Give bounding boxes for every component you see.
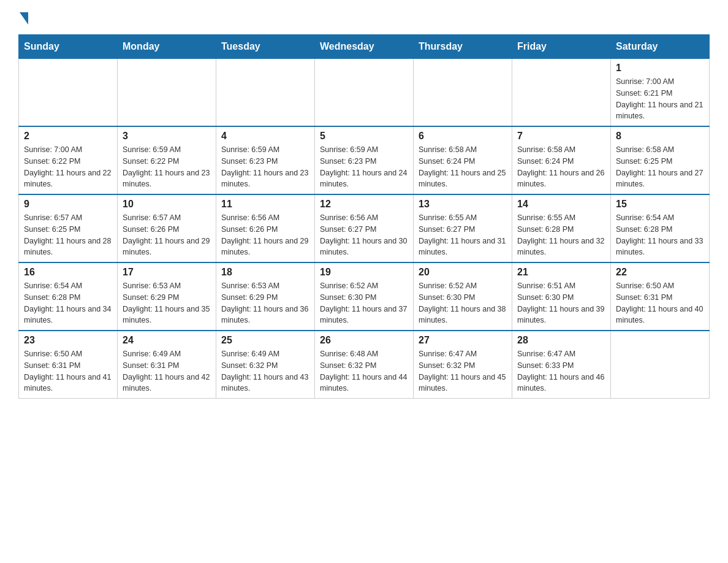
day-number: 11 (221, 199, 309, 210)
calendar-day-cell: 14Sunrise: 6:55 AM Sunset: 6:28 PM Dayli… (512, 194, 611, 262)
calendar-day-cell: 7Sunrise: 6:58 AM Sunset: 6:24 PM Daylig… (512, 126, 611, 194)
calendar-day-cell: 15Sunrise: 6:54 AM Sunset: 6:28 PM Dayli… (611, 194, 710, 262)
day-number: 21 (517, 267, 605, 278)
day-number: 12 (320, 199, 408, 210)
day-of-week-header: Sunday (19, 35, 118, 59)
day-info: Sunrise: 6:59 AM Sunset: 6:22 PM Dayligh… (123, 144, 211, 190)
day-info: Sunrise: 6:59 AM Sunset: 6:23 PM Dayligh… (320, 144, 408, 190)
day-number: 28 (517, 335, 605, 346)
day-of-week-header: Friday (512, 35, 611, 59)
day-of-week-header: Tuesday (216, 35, 315, 59)
calendar-day-cell: 2Sunrise: 7:00 AM Sunset: 6:22 PM Daylig… (19, 126, 118, 194)
day-number: 15 (616, 199, 704, 210)
calendar-day-cell: 11Sunrise: 6:56 AM Sunset: 6:26 PM Dayli… (216, 194, 315, 262)
calendar-day-cell: 17Sunrise: 6:53 AM Sunset: 6:29 PM Dayli… (118, 262, 216, 331)
calendar-day-cell (414, 59, 512, 127)
calendar-day-cell: 12Sunrise: 6:56 AM Sunset: 6:27 PM Dayli… (315, 194, 414, 262)
calendar-day-cell: 19Sunrise: 6:52 AM Sunset: 6:30 PM Dayli… (315, 262, 414, 331)
day-number: 2 (24, 131, 112, 142)
calendar-day-cell (512, 59, 611, 127)
calendar-week-row: 16Sunrise: 6:54 AM Sunset: 6:28 PM Dayli… (19, 262, 710, 331)
day-info: Sunrise: 6:51 AM Sunset: 6:30 PM Dayligh… (517, 280, 605, 326)
day-number: 4 (221, 131, 309, 142)
calendar-day-cell: 20Sunrise: 6:52 AM Sunset: 6:30 PM Dayli… (414, 262, 512, 331)
calendar-day-cell: 22Sunrise: 6:50 AM Sunset: 6:31 PM Dayli… (611, 262, 710, 331)
calendar-day-cell: 18Sunrise: 6:53 AM Sunset: 6:29 PM Dayli… (216, 262, 315, 331)
day-info: Sunrise: 6:49 AM Sunset: 6:31 PM Dayligh… (123, 348, 211, 394)
calendar-day-cell: 25Sunrise: 6:49 AM Sunset: 6:32 PM Dayli… (216, 331, 315, 399)
day-info: Sunrise: 6:50 AM Sunset: 6:31 PM Dayligh… (616, 280, 704, 326)
calendar-day-cell: 23Sunrise: 6:50 AM Sunset: 6:31 PM Dayli… (19, 331, 118, 399)
day-info: Sunrise: 6:55 AM Sunset: 6:28 PM Dayligh… (517, 212, 605, 258)
day-number: 9 (24, 199, 112, 210)
header-row: SundayMondayTuesdayWednesdayThursdayFrid… (19, 35, 710, 59)
day-info: Sunrise: 6:54 AM Sunset: 6:28 PM Dayligh… (616, 212, 704, 258)
day-info: Sunrise: 6:56 AM Sunset: 6:27 PM Dayligh… (320, 212, 408, 258)
day-info: Sunrise: 7:00 AM Sunset: 6:22 PM Dayligh… (24, 144, 112, 190)
calendar-day-cell: 24Sunrise: 6:49 AM Sunset: 6:31 PM Dayli… (118, 331, 216, 399)
day-number: 22 (616, 267, 704, 278)
calendar-day-cell: 6Sunrise: 6:58 AM Sunset: 6:24 PM Daylig… (414, 126, 512, 194)
day-of-week-header: Thursday (414, 35, 512, 59)
day-number: 25 (221, 335, 309, 346)
day-number: 7 (517, 131, 605, 142)
day-info: Sunrise: 6:52 AM Sunset: 6:30 PM Dayligh… (419, 280, 507, 326)
calendar-day-cell: 5Sunrise: 6:59 AM Sunset: 6:23 PM Daylig… (315, 126, 414, 194)
day-number: 10 (123, 199, 211, 210)
calendar-table: SundayMondayTuesdayWednesdayThursdayFrid… (18, 34, 710, 399)
day-info: Sunrise: 6:53 AM Sunset: 6:29 PM Dayligh… (221, 280, 309, 326)
day-number: 1 (616, 63, 704, 74)
day-number: 18 (221, 267, 309, 278)
day-info: Sunrise: 6:58 AM Sunset: 6:24 PM Dayligh… (517, 144, 605, 190)
calendar-day-cell: 26Sunrise: 6:48 AM Sunset: 6:32 PM Dayli… (315, 331, 414, 399)
day-info: Sunrise: 6:48 AM Sunset: 6:32 PM Dayligh… (320, 348, 408, 394)
day-number: 5 (320, 131, 408, 142)
day-info: Sunrise: 6:57 AM Sunset: 6:26 PM Dayligh… (123, 212, 211, 258)
day-info: Sunrise: 6:58 AM Sunset: 6:25 PM Dayligh… (616, 144, 704, 190)
calendar-week-row: 2Sunrise: 7:00 AM Sunset: 6:22 PM Daylig… (19, 126, 710, 194)
day-number: 23 (24, 335, 112, 346)
calendar-body: 1Sunrise: 7:00 AM Sunset: 6:21 PM Daylig… (19, 59, 710, 399)
day-info: Sunrise: 6:47 AM Sunset: 6:32 PM Dayligh… (419, 348, 507, 394)
day-number: 27 (419, 335, 507, 346)
calendar-day-cell: 3Sunrise: 6:59 AM Sunset: 6:22 PM Daylig… (118, 126, 216, 194)
day-info: Sunrise: 6:47 AM Sunset: 6:33 PM Dayligh… (517, 348, 605, 394)
page-header (18, 12, 710, 25)
calendar-day-cell: 4Sunrise: 6:59 AM Sunset: 6:23 PM Daylig… (216, 126, 315, 194)
day-of-week-header: Saturday (611, 35, 710, 59)
calendar-day-cell: 9Sunrise: 6:57 AM Sunset: 6:25 PM Daylig… (19, 194, 118, 262)
day-number: 19 (320, 267, 408, 278)
calendar-day-cell (19, 59, 118, 127)
day-number: 17 (123, 267, 211, 278)
calendar-day-cell: 27Sunrise: 6:47 AM Sunset: 6:32 PM Dayli… (414, 331, 512, 399)
day-info: Sunrise: 6:59 AM Sunset: 6:23 PM Dayligh… (221, 144, 309, 190)
day-number: 6 (419, 131, 507, 142)
logo (18, 12, 28, 25)
calendar-day-cell: 16Sunrise: 6:54 AM Sunset: 6:28 PM Dayli… (19, 262, 118, 331)
calendar-day-cell: 8Sunrise: 6:58 AM Sunset: 6:25 PM Daylig… (611, 126, 710, 194)
day-info: Sunrise: 6:55 AM Sunset: 6:27 PM Dayligh… (419, 212, 507, 258)
day-info: Sunrise: 7:00 AM Sunset: 6:21 PM Dayligh… (616, 76, 704, 122)
day-of-week-header: Wednesday (315, 35, 414, 59)
day-info: Sunrise: 6:54 AM Sunset: 6:28 PM Dayligh… (24, 280, 112, 326)
day-info: Sunrise: 6:53 AM Sunset: 6:29 PM Dayligh… (123, 280, 211, 326)
day-number: 20 (419, 267, 507, 278)
calendar-header: SundayMondayTuesdayWednesdayThursdayFrid… (19, 35, 710, 59)
day-number: 3 (123, 131, 211, 142)
calendar-day-cell (315, 59, 414, 127)
day-info: Sunrise: 6:49 AM Sunset: 6:32 PM Dayligh… (221, 348, 309, 394)
calendar-day-cell (216, 59, 315, 127)
day-number: 24 (123, 335, 211, 346)
calendar-week-row: 9Sunrise: 6:57 AM Sunset: 6:25 PM Daylig… (19, 194, 710, 262)
calendar-day-cell: 28Sunrise: 6:47 AM Sunset: 6:33 PM Dayli… (512, 331, 611, 399)
logo-arrow-icon (20, 12, 28, 25)
calendar-day-cell (611, 331, 710, 399)
day-info: Sunrise: 6:56 AM Sunset: 6:26 PM Dayligh… (221, 212, 309, 258)
day-number: 16 (24, 267, 112, 278)
day-info: Sunrise: 6:50 AM Sunset: 6:31 PM Dayligh… (24, 348, 112, 394)
calendar-day-cell: 13Sunrise: 6:55 AM Sunset: 6:27 PM Dayli… (414, 194, 512, 262)
day-info: Sunrise: 6:52 AM Sunset: 6:30 PM Dayligh… (320, 280, 408, 326)
day-number: 26 (320, 335, 408, 346)
day-info: Sunrise: 6:58 AM Sunset: 6:24 PM Dayligh… (419, 144, 507, 190)
day-info: Sunrise: 6:57 AM Sunset: 6:25 PM Dayligh… (24, 212, 112, 258)
